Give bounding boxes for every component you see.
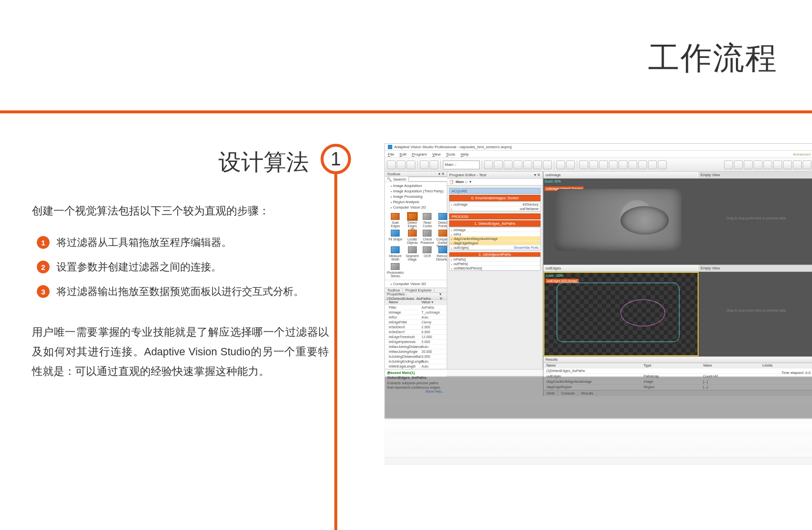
- toolbar-icon[interactable]: [803, 160, 812, 169]
- toolbar-icon[interactable]: [783, 160, 792, 169]
- tree-item[interactable]: Region Analysis: [387, 199, 445, 205]
- tree-item[interactable]: Image Acquisition (Third Party): [387, 188, 445, 194]
- toolbar-icon[interactable]: [543, 160, 552, 169]
- tab[interactable]: Console: [558, 391, 578, 397]
- results-panel[interactable]: Results NameTypeValueLimits(3)DetectEdge…: [543, 357, 812, 396]
- result-row[interactable]: diagEdgeRegionRegion[...]: [543, 385, 812, 390]
- tool-item[interactable]: Fit Shape: [387, 230, 404, 244]
- toolbar-icon[interactable]: [430, 160, 438, 169]
- toolbar-icon[interactable]: [763, 160, 772, 169]
- property-row[interactable]: inEdgeHysteresis5.000: [385, 340, 447, 344]
- node-body[interactable]: outImageinDirectory outFileName: [449, 202, 541, 212]
- menu-item[interactable]: View: [432, 152, 440, 157]
- pause-icon[interactable]: [504, 160, 513, 169]
- tool-item[interactable]: Detect Edges 2D: [406, 213, 419, 228]
- toolbar-icon[interactable]: [628, 160, 637, 169]
- tab[interactable]: Results: [578, 391, 597, 397]
- toolbox-icons[interactable]: Scan Edges Detect Edges 2D Read Codes De…: [385, 211, 447, 280]
- toolbox-tree[interactable]: Image Acquisition Image Acquisition (Thi…: [385, 182, 447, 211]
- list-item: 1 将过滤器从工具箱拖放至程序编辑器。: [37, 236, 304, 249]
- result-row[interactable]: outEdgesPathArrayCount=42: [543, 374, 812, 379]
- tool-item[interactable]: Read Codes: [421, 213, 434, 228]
- toolbar-icon[interactable]: [566, 160, 575, 169]
- property-row[interactable]: inMinEdgeLengthAuto: [385, 364, 447, 369]
- property-row[interactable]: inMaxJoiningAngle30.000: [385, 349, 447, 354]
- tree-item[interactable]: Image Acquisition: [387, 183, 445, 188]
- stop-icon[interactable]: [514, 160, 522, 169]
- tool-item[interactable]: OCR: [421, 246, 434, 261]
- preview-pane-edges[interactable]: outEdges Zoom: 100% outEdges [42] (Array…: [543, 265, 812, 357]
- cursor-icon[interactable]: [724, 160, 733, 169]
- menu-item[interactable]: Help: [460, 152, 468, 157]
- program-editor[interactable]: Program Editor - Test▾ ✕ 📋Main ::▾ ACQUI…: [447, 172, 543, 369]
- advanced-link[interactable]: Advanced: [793, 152, 811, 157]
- menu-item[interactable]: Edit: [400, 152, 406, 157]
- tool-item[interactable]: Photometric Stereo: [387, 263, 404, 278]
- tool-item[interactable]: Scan Edges: [387, 213, 404, 228]
- property-row[interactable]: inStdDevX2.000: [385, 325, 447, 330]
- close-icon[interactable]: ▾ ✕: [439, 292, 445, 301]
- page-title: 工作流程: [648, 37, 778, 80]
- toolbar-icon[interactable]: [533, 160, 542, 169]
- menu-item[interactable]: Program: [412, 152, 427, 157]
- tree-item[interactable]: Computer Vision 3D: [387, 281, 445, 287]
- menu-bar[interactable]: File Edit Program View Tools Help Advanc…: [385, 151, 812, 158]
- close-icon[interactable]: ▾ ✕: [438, 172, 445, 176]
- tool-item[interactable]: Check Presence: [421, 230, 434, 244]
- toolbar[interactable]: Main ::: [385, 158, 812, 172]
- toolbar-icon[interactable]: [658, 160, 667, 169]
- toolbar-icon[interactable]: [648, 160, 657, 169]
- toolbar-icon[interactable]: [406, 160, 415, 169]
- fit-icon[interactable]: [754, 160, 762, 169]
- node-body[interactable]: inImage inRoi diagGradientMagnitudeImage…: [449, 227, 541, 250]
- toolbar-icon[interactable]: [638, 160, 647, 169]
- list-item: 2 设置参数并创建过滤器之间的连接。: [37, 260, 304, 274]
- toolbar-icon[interactable]: [773, 160, 782, 169]
- tool-item[interactable]: Segment Image: [406, 246, 419, 261]
- toolbar-icon[interactable]: [589, 160, 598, 169]
- property-row[interactable]: inJoiningEndingLengthAuto: [385, 359, 447, 364]
- node-header[interactable]: 1. DetectEdges_AsPaths: [449, 220, 541, 227]
- editor-subbar[interactable]: 📋Main ::▾: [447, 179, 542, 186]
- results-tabs[interactable]: Hints Console Results: [543, 390, 812, 397]
- property-row[interactable]: inEdgeFilterCanny: [385, 320, 447, 325]
- toolbar-icon[interactable]: [609, 160, 618, 169]
- node-header[interactable]: 0. EnumerateImages: Sorted: [449, 195, 541, 201]
- property-row[interactable]: FilterAsPaths: [385, 305, 447, 310]
- toolbar-icon[interactable]: [599, 160, 608, 169]
- toolbox-search[interactable]: 🔍 Search:: [385, 177, 447, 182]
- toolbar-icon[interactable]: [579, 160, 588, 169]
- help-link[interactable]: Show help...: [425, 390, 444, 393]
- property-row[interactable]: inStdDevY0.000: [385, 330, 447, 335]
- tab[interactable]: Hints: [543, 391, 558, 397]
- step-icon[interactable]: [494, 160, 503, 169]
- zoom-icon[interactable]: [744, 160, 753, 169]
- result-row[interactable]: diagGradientMagnitudeImageImage[...]: [543, 379, 812, 385]
- toolbar-icon[interactable]: [387, 160, 396, 169]
- property-row[interactable]: inEdgeThreshold12.000: [385, 335, 447, 340]
- property-row[interactable]: inMaxJoiningDistanceAuto: [385, 344, 447, 349]
- menu-item[interactable]: Tools: [446, 152, 456, 157]
- toolbar-icon[interactable]: [619, 160, 627, 169]
- property-row[interactable]: inRoiAuto: [385, 315, 447, 320]
- toolbar-icon[interactable]: [556, 160, 565, 169]
- play-icon[interactable]: [484, 160, 493, 169]
- macro-combo[interactable]: Main ::: [443, 160, 480, 169]
- toolbar-icon[interactable]: [397, 160, 406, 169]
- zoom-icon[interactable]: [734, 160, 743, 169]
- tool-item[interactable]: Locate Objects: [406, 230, 419, 244]
- property-row[interactable]: inJoiningDistanceBal...0.000: [385, 354, 447, 359]
- preview-pane-image[interactable]: outImage Zoom: 42% outImage (object) Syn…: [543, 172, 812, 265]
- node-body[interactable]: inPaths[ outPaths[ outMatchedPieces[: [449, 257, 541, 271]
- property-row[interactable]: inImageT_outImage: [385, 310, 447, 315]
- tree-item[interactable]: Image Processing: [387, 194, 445, 199]
- tool-item[interactable]: Measure Width: [387, 246, 404, 261]
- node-header[interactable]: 2. JoinAdjacentPaths: [449, 252, 541, 257]
- step-number-badge: 1: [321, 144, 351, 174]
- menu-item[interactable]: File: [388, 152, 394, 157]
- toolbar-icon[interactable]: [523, 160, 532, 169]
- tree-item[interactable]: Computer Vision 2D: [387, 205, 445, 210]
- toolbar-icon[interactable]: [793, 160, 802, 169]
- toolbar-icon[interactable]: [420, 160, 429, 169]
- result-row[interactable]: (3)DetectEdges_AsPaths: [543, 369, 812, 374]
